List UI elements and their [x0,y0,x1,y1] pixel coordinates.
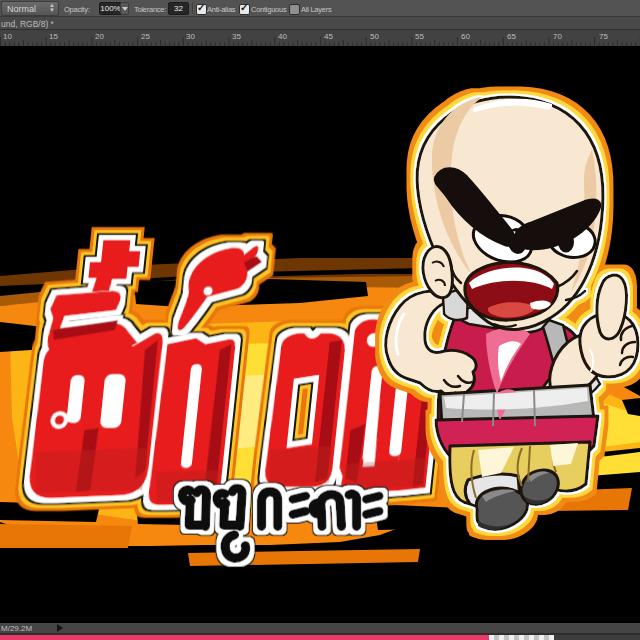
svg-text:70: 70 [553,32,562,41]
svg-text:20: 20 [95,32,104,41]
svg-text:35: 35 [232,32,241,41]
svg-text:15: 15 [49,32,58,41]
svg-text:60: 60 [461,32,470,41]
svg-text:40: 40 [278,32,287,41]
svg-text:10: 10 [3,32,12,41]
svg-text:75: 75 [599,32,608,41]
svg-text:30: 30 [186,32,195,41]
svg-text:50: 50 [370,32,379,41]
svg-text:65: 65 [507,32,516,41]
svg-text:25: 25 [141,32,150,41]
svg-text:55: 55 [415,32,424,41]
svg-text:45: 45 [324,32,333,41]
